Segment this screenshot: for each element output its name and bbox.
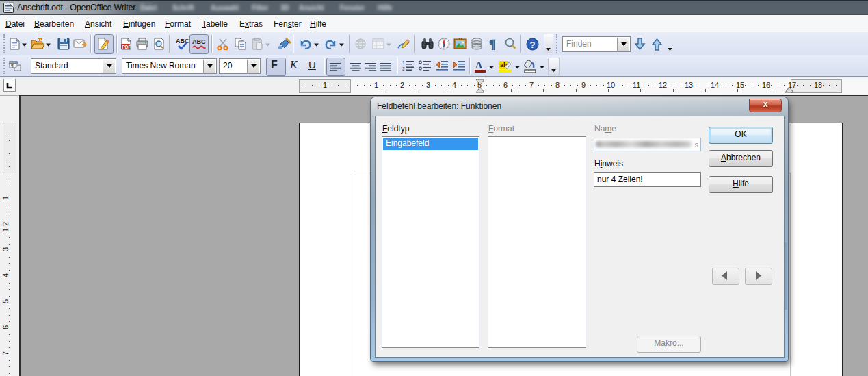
svg-text:2: 2 xyxy=(402,66,405,71)
svg-text:ABC: ABC xyxy=(176,38,189,45)
svg-text:ABC: ABC xyxy=(192,38,206,45)
svg-text:?: ? xyxy=(530,40,536,50)
svg-text:A: A xyxy=(475,60,483,71)
svg-text:¶: ¶ xyxy=(11,63,14,68)
svg-text:1: 1 xyxy=(402,60,405,65)
svg-text:PDF: PDF xyxy=(122,45,131,49)
svg-text:¶: ¶ xyxy=(489,38,496,50)
